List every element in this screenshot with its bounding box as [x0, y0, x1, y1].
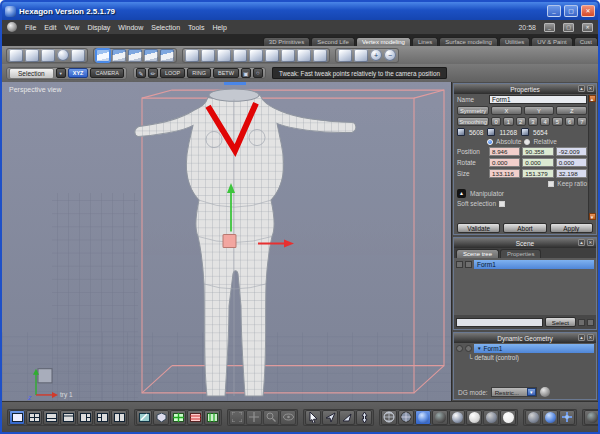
- dg-preview-sphere-icon[interactable]: [540, 387, 550, 397]
- menu-tools[interactable]: Tools: [188, 24, 204, 31]
- textured-shading-icon[interactable]: [466, 410, 482, 425]
- scroll-up-icon[interactable]: ▲: [589, 95, 596, 102]
- menu-help[interactable]: Help: [212, 24, 226, 31]
- mdi-close-icon[interactable]: ✕: [582, 23, 593, 32]
- face-mode-icon[interactable]: [144, 49, 158, 62]
- layout-vsplit-button[interactable]: [111, 410, 127, 425]
- decimate-tool-icon[interactable]: [313, 49, 327, 62]
- name-field[interactable]: Form1: [489, 95, 587, 104]
- wire-shaded-icon[interactable]: [398, 410, 414, 425]
- keep-ratio-checkbox[interactable]: [548, 181, 554, 187]
- ghost-shading-icon[interactable]: [483, 410, 499, 425]
- object-mode-icon[interactable]: [160, 49, 174, 62]
- paint-view-icon[interactable]: [136, 410, 152, 425]
- fit-view-icon[interactable]: [229, 410, 245, 425]
- validate-button[interactable]: Validate: [457, 223, 500, 233]
- size-x-field[interactable]: 133.116: [489, 169, 520, 178]
- scene-extra-1-icon[interactable]: [578, 319, 585, 326]
- smooth-tool-icon[interactable]: [297, 49, 311, 62]
- panel-close-icon[interactable]: ✕: [587, 85, 594, 92]
- smoothing-2-button[interactable]: 2: [516, 117, 526, 126]
- scroll-down-icon[interactable]: ▼: [589, 213, 596, 220]
- smoothing-0-button[interactable]: 0: [491, 117, 501, 126]
- dg-header[interactable]: Dynamic Geometry ▲ ✕: [454, 333, 596, 343]
- menu-edit[interactable]: Edit: [44, 24, 56, 31]
- mask-view-icon[interactable]: [153, 410, 169, 425]
- scene-canvas[interactable]: z try 1: [2, 82, 451, 401]
- ring-button[interactable]: RING: [187, 68, 211, 78]
- pen-select-icon[interactable]: ✎: [136, 68, 146, 78]
- pinch-tool-icon[interactable]: [338, 49, 352, 62]
- dg-mode-dropdown[interactable]: Restric... ▼: [491, 387, 537, 397]
- smooth-shading-icon[interactable]: [415, 410, 431, 425]
- bridge-tool-icon[interactable]: [217, 49, 231, 62]
- manipulator-center-handle[interactable]: [223, 234, 236, 247]
- camera-toggle-button[interactable]: CAMERA: [90, 68, 124, 78]
- mdi-maximize-icon[interactable]: ▢: [563, 23, 574, 32]
- tab-surface-modeling[interactable]: Surface modeling: [439, 37, 498, 46]
- tab-second-life[interactable]: Second Life: [311, 37, 355, 46]
- maximize-icon[interactable]: ▢: [564, 5, 578, 17]
- smoothing-4-button[interactable]: 4: [540, 117, 550, 126]
- extrude-tool-icon[interactable]: [185, 49, 199, 62]
- smoothing-3-button[interactable]: 3: [528, 117, 538, 126]
- tab-scene-properties[interactable]: Properties: [500, 249, 541, 258]
- smoothing-1-button[interactable]: 1: [503, 117, 513, 126]
- tree-row[interactable]: Form1: [456, 260, 594, 269]
- smoothing-7-button[interactable]: 7: [577, 117, 587, 126]
- menu-window[interactable]: Window: [118, 24, 143, 31]
- zoom-icon[interactable]: [263, 410, 279, 425]
- pan-camera-icon[interactable]: [339, 410, 355, 425]
- panel-collapse-icon[interactable]: ▲: [578, 85, 585, 92]
- rotate-z-field[interactable]: 0.000: [556, 158, 587, 167]
- rotate-y-field[interactable]: 0.000: [522, 158, 553, 167]
- smooth-preview-icon[interactable]: [525, 410, 541, 425]
- dg-eye-icon[interactable]: [456, 345, 463, 352]
- menu-selection[interactable]: Selection: [151, 24, 180, 31]
- shaded-icon[interactable]: [449, 410, 465, 425]
- dg-item-form1[interactable]: ▼ Form1: [474, 344, 594, 353]
- tree-visibility-icon[interactable]: [465, 261, 472, 268]
- tessellate-tool-icon[interactable]: [265, 49, 279, 62]
- bevel-tool-icon[interactable]: [201, 49, 215, 62]
- sphere-tool-icon[interactable]: [57, 49, 69, 61]
- expand-arrow-icon[interactable]: ▼: [477, 346, 481, 351]
- inflate-tool-icon[interactable]: [354, 49, 368, 62]
- dg-lock-icon[interactable]: [465, 345, 472, 352]
- tree-expand-icon[interactable]: [456, 261, 463, 268]
- cut-tool-icon[interactable]: [249, 49, 263, 62]
- tab-custom[interactable]: Cust: [574, 37, 598, 46]
- menu-file[interactable]: File: [25, 24, 36, 31]
- smoothing-button[interactable]: Smoothing: [457, 117, 489, 126]
- app-menu-icon[interactable]: [7, 22, 17, 32]
- loop-button[interactable]: LOOP: [160, 68, 185, 78]
- dg-item-default[interactable]: └ default (control): [454, 354, 596, 361]
- manipulator-icon[interactable]: ▲: [457, 189, 466, 198]
- tab-vertex-modeling[interactable]: Vertex modeling: [356, 37, 411, 46]
- dg-row-root[interactable]: ▼ Form1: [454, 343, 596, 354]
- shrink-selection-icon[interactable]: ○: [253, 68, 263, 78]
- scene-item-form1[interactable]: Form1: [474, 260, 594, 269]
- flat-shading-icon[interactable]: [432, 410, 448, 425]
- symmetry-z-button[interactable]: Z: [556, 106, 587, 115]
- size-y-field[interactable]: 151.379: [522, 169, 553, 178]
- mdi-minimize-icon[interactable]: _: [544, 23, 555, 32]
- layout-quad-button[interactable]: [26, 410, 42, 425]
- menu-display[interactable]: Display: [87, 24, 110, 31]
- curve-tool-icon[interactable]: [25, 49, 39, 62]
- position-z-field[interactable]: -92.009: [556, 147, 587, 156]
- tab-uv-paint[interactable]: UV & Paint: [531, 37, 572, 46]
- knife-tool-icon[interactable]: [9, 49, 23, 62]
- position-y-field[interactable]: 90.358: [522, 147, 553, 156]
- orbit-camera-icon[interactable]: [322, 410, 338, 425]
- grow-selection-icon[interactable]: ▣: [241, 68, 251, 78]
- smoothing-5-button[interactable]: 5: [552, 117, 562, 126]
- scene-filter-input[interactable]: [456, 318, 543, 327]
- soft-selection-checkbox[interactable]: [499, 201, 505, 207]
- relative-radio[interactable]: [524, 139, 530, 145]
- grid-xy-icon[interactable]: [187, 410, 203, 425]
- dg-dropdown-arrow-icon[interactable]: ▼: [527, 388, 536, 396]
- ghost-mesh-tool-icon[interactable]: [71, 49, 85, 62]
- pan-icon[interactable]: [246, 410, 262, 425]
- dissolve-tool-icon[interactable]: [281, 49, 295, 62]
